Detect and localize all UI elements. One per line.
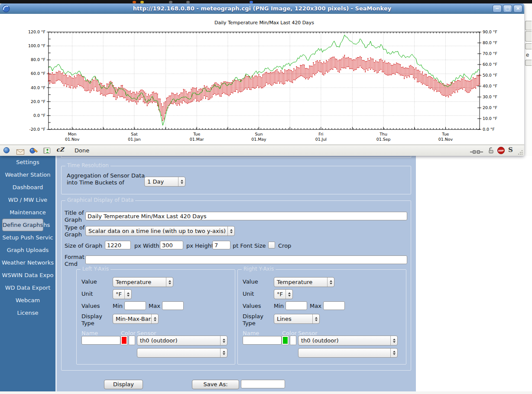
security-lock-icon[interactable] <box>488 147 494 155</box>
save-as-button[interactable]: Save As: <box>192 380 239 389</box>
right-display-type-select[interactable]: Lines <box>274 314 320 324</box>
address-book-icon[interactable] <box>43 147 50 155</box>
sidebar-item-wd-data-export[interactable]: WD Data Export <box>0 281 55 294</box>
graphical-display-fieldset: Graphical Display of Data Title of Graph… <box>61 200 411 371</box>
sidebar-item-define-graphs[interactable]: Define Graphs <box>2 219 43 231</box>
graph-type-value: Scalar data on a time line (with up to t… <box>86 228 227 234</box>
right-series-name-input[interactable] <box>243 336 282 345</box>
status-text: Done <box>75 145 89 156</box>
composer-icon[interactable] <box>29 147 38 155</box>
chatzilla-icon[interactable]: cZ <box>56 146 64 153</box>
select-spinner-icon <box>220 349 227 357</box>
left-y-axis-fieldset: Left Y-Axis Value Temperature Unit °F Va… <box>76 269 235 365</box>
background-window-top-strip <box>0 0 532 3</box>
left-series-name-input[interactable] <box>81 336 120 345</box>
right-unit: °F <box>274 291 285 297</box>
crop-checkbox[interactable] <box>268 242 275 249</box>
minimize-button[interactable]: − <box>493 5 502 13</box>
format-cmd-input[interactable] <box>85 255 407 264</box>
sidebar-item-weather-networks[interactable]: Weather Networks <box>0 256 55 269</box>
right-min-input[interactable] <box>285 301 307 310</box>
graph-type-select[interactable]: Scalar data on a time line (with up to t… <box>85 226 235 236</box>
svg-text:0.0 °F: 0.0 °F <box>33 113 45 118</box>
left-y-axis-legend: Left Y-Axis <box>81 266 110 272</box>
max-label: Max <box>149 303 160 310</box>
svg-text:0.0 °F: 0.0 °F <box>483 127 495 132</box>
display-button[interactable]: Display <box>104 380 143 389</box>
sidebar-item-weather-station[interactable]: Weather Station <box>0 168 55 181</box>
left-min-input[interactable] <box>124 301 146 310</box>
left-display-type-select[interactable]: Min-Max-Bars <box>113 314 159 324</box>
right-max-input[interactable] <box>323 301 345 310</box>
network-plug-icon[interactable] <box>470 148 483 156</box>
svg-text:20.0 °F: 20.0 °F <box>31 99 45 104</box>
svg-text:20.0 °F: 20.0 °F <box>483 105 497 110</box>
value-label: Value <box>81 278 97 285</box>
select-spinner-icon <box>312 314 319 323</box>
noscript-icon[interactable]: S <box>508 146 513 154</box>
left-series-color2-swatch[interactable] <box>129 336 135 345</box>
svg-text:50.0 °F: 50.0 °F <box>483 73 497 78</box>
page-bottom-strip <box>0 391 532 394</box>
svg-text:01.Jan: 01.Jan <box>128 137 140 142</box>
right-series-color2-swatch[interactable] <box>290 336 296 345</box>
sidebar-item-license[interactable]: License <box>0 307 55 319</box>
px-width-label: px Width <box>134 242 159 249</box>
right-sensor-value: th0 (outdoor) <box>298 337 390 344</box>
navigator-globe-icon[interactable] <box>3 147 10 153</box>
svg-text:Tue: Tue <box>193 132 200 136</box>
seamonkey-window: http://192.168.0.80 - meteograph.cgi (PN… <box>0 3 524 156</box>
graph-width-input[interactable] <box>105 241 131 249</box>
select-spinner-icon <box>390 336 397 345</box>
graph-title-input[interactable] <box>85 212 407 220</box>
svg-text:60.0 °F: 60.0 °F <box>483 62 497 67</box>
svg-text:01.Jul: 01.Jul <box>315 137 327 142</box>
unit-label: Unit <box>81 291 93 297</box>
aggregation-label-line2: into Time Buckets of <box>67 179 124 186</box>
sidebar-item-wd-mw-live[interactable]: WD / MW Live <box>0 194 55 206</box>
svg-text:60.0 °F: 60.0 °F <box>31 71 45 76</box>
svg-text:120.0 °F: 120.0 °F <box>28 29 45 34</box>
mail-envelope-icon[interactable] <box>16 148 24 156</box>
right-series-color-swatch[interactable] <box>282 336 289 345</box>
graph-height-input[interactable] <box>160 241 183 249</box>
left-sensor-select[interactable]: th0 (outdoor) <box>137 336 227 346</box>
min-label: Min <box>274 303 284 310</box>
sidebar-item-setup-push-servic[interactable]: Setup Push Servic <box>0 231 55 244</box>
titlebar[interactable]: http://192.168.0.80 - meteograph.cgi (PN… <box>0 3 524 14</box>
left-max-input[interactable] <box>162 301 184 310</box>
select-spinner-icon <box>327 278 334 287</box>
max-label: Max <box>310 303 321 310</box>
svg-text:01.Nov: 01.Nov <box>65 137 80 142</box>
select-spinner-icon <box>220 336 227 345</box>
svg-text:Mon: Mon <box>68 132 77 136</box>
left-value-select[interactable]: Temperature <box>113 277 173 287</box>
close-button[interactable]: × <box>513 5 522 13</box>
right-unit-select[interactable]: °F <box>274 289 293 299</box>
left-sensor2-select[interactable] <box>137 348 227 358</box>
sidebar-item-maintenance[interactable]: Maintenance <box>0 206 55 219</box>
maximize-button[interactable]: □ <box>503 5 512 13</box>
svg-text:70.0 °F: 70.0 °F <box>483 51 497 56</box>
sidebar-item-wswin-data-expo[interactable]: WSWIN Data Expo <box>0 269 55 281</box>
right-value-select[interactable]: Temperature <box>274 277 334 287</box>
background-cutoff-widget <box>525 31 532 42</box>
graphical-display-legend: Graphical Display of Data <box>65 197 135 203</box>
main-content: Time Resolution Aggregation of Sensor Da… <box>57 156 416 391</box>
left-series-color-swatch[interactable] <box>120 336 128 345</box>
sidebar-item-settings[interactable]: Settings <box>0 156 55 168</box>
crop-label: Crop <box>278 242 291 249</box>
weather-app-page: SettingsWeather StationDashboardWD / MW … <box>0 156 532 391</box>
sidebar-item-dashboard[interactable]: Dashboard <box>0 181 55 194</box>
left-unit-select[interactable]: °F <box>113 289 132 299</box>
adblock-plus-icon[interactable]: ABP <box>497 147 505 154</box>
sidebar-item-webcam[interactable]: Webcam <box>0 294 55 307</box>
right-sensor2-select[interactable] <box>298 348 398 358</box>
font-size-input[interactable] <box>212 241 230 249</box>
save-name-input[interactable] <box>241 380 285 388</box>
right-sensor-select[interactable]: th0 (outdoor) <box>298 336 398 346</box>
sidebar-item-graph-uploads[interactable]: Graph Uploads <box>0 244 55 256</box>
values-label: Values <box>81 303 100 310</box>
resize-grip-icon[interactable] <box>518 150 522 155</box>
time-bucket-select[interactable]: 1 Day <box>144 177 185 187</box>
